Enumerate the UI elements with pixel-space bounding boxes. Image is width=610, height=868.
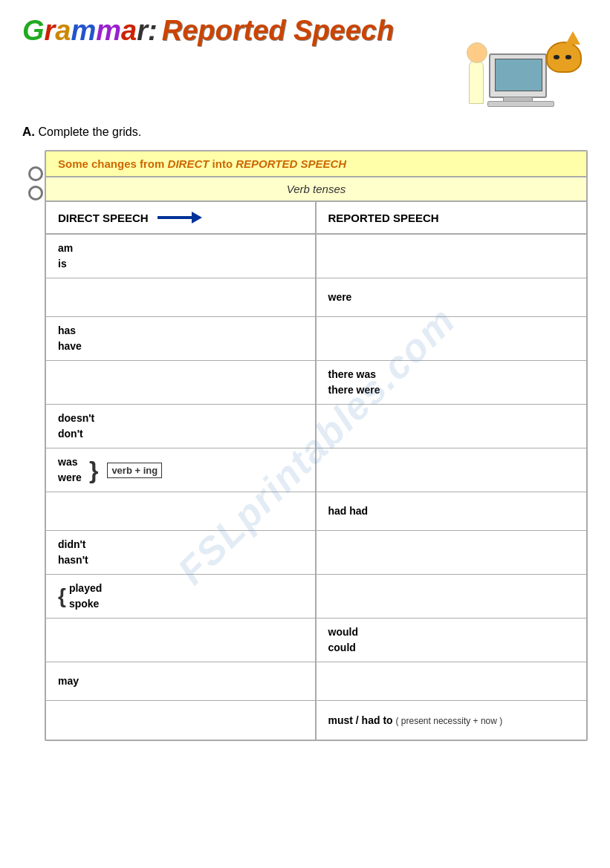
cell-left-may: may (46, 662, 317, 700)
verb-ing-label: verb + ing (107, 463, 162, 478)
table-row: were (46, 278, 586, 317)
cell-right-doesnt (317, 405, 587, 448)
cell-left-was-were-ing: was were } verb + ing (46, 448, 317, 492)
cell-right-played-spoke (317, 575, 587, 618)
cell-right-was-were (317, 448, 587, 492)
cell-right-must: must / had to ( present necessity + now … (317, 701, 587, 740)
section-letter: A. (22, 125, 35, 139)
table-row: was were } verb + ing (46, 448, 586, 492)
word-has: has (58, 323, 303, 339)
rings-decoration (28, 166, 43, 200)
word-am: am (58, 241, 303, 256)
word-would: would (328, 624, 575, 640)
word-may: may (58, 673, 303, 689)
section-instruction: Complete the grids. (38, 125, 141, 138)
table-row: would could (46, 619, 586, 662)
must-strong: must / had to (328, 714, 393, 726)
table-row: may (46, 662, 586, 701)
word-could: could (328, 640, 575, 656)
colon: : (148, 15, 158, 46)
word-there-was: there was (328, 367, 575, 382)
word-doesnt: doesn't (58, 411, 303, 426)
cell-left-must (46, 701, 317, 740)
col-header-left: DIRECT SPEECH (46, 202, 317, 233)
word-must-had-to: must / had to ( present necessity + now … (328, 714, 575, 726)
word-had-had: had had (328, 503, 575, 519)
letter-g: G (22, 15, 45, 46)
word-didnt: didn't (58, 537, 303, 552)
cartoon-area (439, 15, 588, 111)
word-is: is (58, 256, 303, 272)
cell-left-had-had (46, 492, 317, 530)
letter-m2: m (96, 15, 121, 46)
cell-right-there: there was there were (317, 361, 587, 404)
bracket-words: played spoke (69, 581, 102, 612)
word-have: have (58, 339, 303, 354)
cell-left-were (46, 278, 317, 316)
table-row: am is (46, 235, 586, 278)
cell-right-were: were (317, 278, 587, 316)
word-played: played (69, 581, 102, 596)
table-row: doesn't don't (46, 405, 586, 448)
brace-icon: } (89, 458, 98, 482)
table-row: { played spoke (46, 575, 586, 619)
cell-left-has-have: has have (46, 317, 317, 360)
table-row: didn't hasn't (46, 531, 586, 575)
must-note: ( present necessity + now ) (396, 716, 503, 726)
page-header: Grammar: Reported Speech (22, 15, 588, 111)
table-row: has have (46, 317, 586, 361)
direct-speech-header: DIRECT SPEECH (58, 212, 149, 224)
reported-label: REPORTED SPEECH (236, 157, 346, 170)
cell-left-there (46, 361, 317, 404)
cell-left-didnt: didn't hasn't (46, 531, 317, 574)
table-row: had had (46, 492, 586, 531)
letter-r2: r (137, 15, 148, 46)
grammar-title: Grammar: (22, 15, 158, 47)
bracket-icon: { (58, 586, 66, 607)
reported-speech-header: REPORTED SPEECH (328, 212, 439, 224)
cell-right-has-have (317, 317, 587, 360)
table-row: must / had to ( present necessity + now … (46, 701, 586, 740)
arrow-icon (158, 209, 202, 226)
box-header-text: Some changes from DIRECT into REPORTED S… (58, 157, 346, 170)
letter-a: a (55, 15, 71, 46)
table-row: there was there were (46, 361, 586, 405)
cell-left-would (46, 619, 317, 662)
word-were: were (328, 290, 575, 305)
word-were2: were (58, 470, 82, 486)
cell-right-didnt (317, 531, 587, 574)
cell-right-would: would could (317, 619, 587, 662)
cell-left-am-is: am is (46, 235, 317, 278)
verb-ing-group: was were } verb + ing (58, 454, 303, 486)
letter-ar: a (121, 15, 137, 46)
section-a-label: A. Complete the grids. (22, 125, 588, 140)
word-was: was (58, 454, 82, 470)
word-hasnt: hasn't (58, 552, 303, 568)
cell-right-had-had: had had (317, 492, 587, 530)
verb-tenses-label: Verb tenses (287, 183, 346, 195)
cell-left-doesnt: doesn't don't (46, 405, 317, 448)
word-there-were: there were (328, 382, 575, 398)
cell-right-am-is (317, 235, 587, 278)
title-area: Grammar: Reported Speech (22, 15, 394, 47)
box-header: Some changes from DIRECT into REPORTED S… (46, 151, 586, 177)
ring-top (28, 166, 43, 181)
cell-right-may (317, 662, 587, 700)
verb-tenses-row: Verb tenses (46, 177, 586, 202)
word-dont: don't (58, 426, 303, 442)
col-header-right: REPORTED SPEECH (317, 202, 587, 233)
direct-label: DIRECT (168, 157, 210, 170)
letter-m1: m (71, 15, 97, 46)
letter-r: r (45, 15, 56, 46)
main-container: FSLprintables.com Some changes from DIRE… (45, 150, 588, 741)
word-spoke: spoke (69, 596, 102, 612)
brace-words: was were (58, 454, 82, 486)
column-headers: DIRECT SPEECH REPORTED SPEECH (46, 202, 586, 235)
ring-bottom (28, 186, 43, 200)
grammar-table: FSLprintables.com Some changes from DIRE… (45, 150, 588, 741)
cell-left-played-spoke: { played spoke (46, 575, 317, 618)
reported-speech-title: Reported Speech (162, 15, 395, 47)
bracket-group: { played spoke (58, 581, 303, 612)
